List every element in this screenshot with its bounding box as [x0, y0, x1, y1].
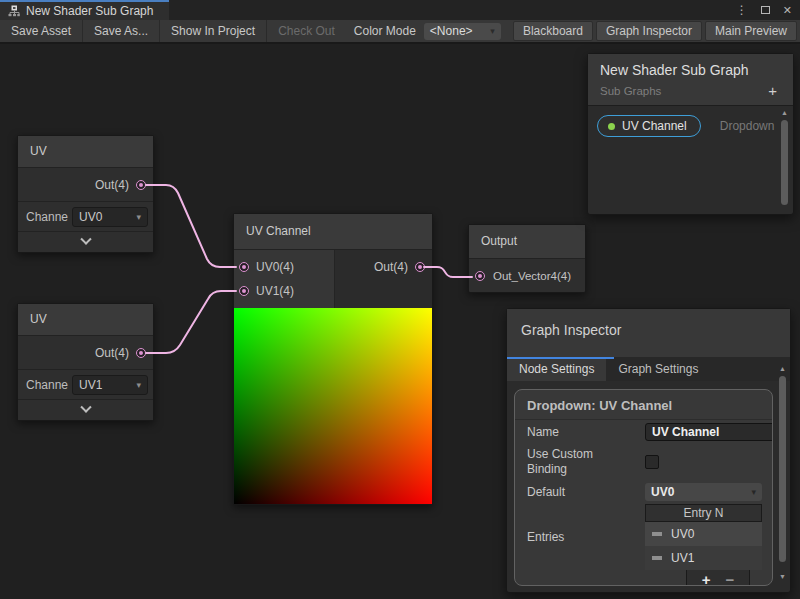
use-custom-binding-checkbox[interactable]: [645, 455, 659, 469]
show-in-project-button[interactable]: Show In Project: [160, 20, 267, 42]
out-port-label: Out(4): [374, 260, 408, 274]
input-port-uv0[interactable]: [239, 262, 249, 272]
name-label: Name: [527, 425, 645, 440]
menu-icon[interactable]: ⋮: [736, 4, 748, 16]
entries-list: Entry N UV0 UV1: [645, 504, 762, 570]
inspector-tabs: Node Settings Graph Settings: [507, 357, 790, 381]
color-mode-value: <None>: [430, 24, 473, 38]
tab-node-settings[interactable]: Node Settings: [507, 357, 606, 381]
graph-inspector-panel[interactable]: Graph Inspector Node Settings Graph Sett…: [506, 308, 791, 593]
node-title[interactable]: UV: [18, 136, 153, 168]
add-property-button[interactable]: +: [768, 83, 783, 98]
input-port-label: UV1(4): [256, 284, 294, 298]
save-as-button[interactable]: Save As...: [83, 20, 160, 42]
out-port-label: Out(4): [95, 178, 129, 192]
blackboard-header: New Shader Sub Graph Sub Graphs +: [588, 54, 793, 106]
tab-bar: New Shader Sub Graph ⋮ ✕: [0, 0, 800, 20]
drag-handle-icon[interactable]: [652, 532, 662, 536]
channel-dropdown[interactable]: UV1 ▾: [72, 375, 148, 395]
collapse-button[interactable]: [18, 400, 153, 420]
default-value: UV0: [651, 485, 674, 499]
chevron-down-icon: ▾: [136, 212, 141, 222]
exposed-dot-icon: [608, 123, 615, 130]
out-port-label: Out(4): [95, 346, 129, 360]
color-mode-label: Color Mode: [346, 24, 424, 38]
channel-label: Channe: [26, 210, 70, 224]
blackboard-panel[interactable]: New Shader Sub Graph Sub Graphs + UV Cha…: [587, 53, 794, 215]
uv-node-1[interactable]: UV Out(4) Channe UV0 ▾: [17, 135, 154, 253]
chevron-down-icon: ▾: [136, 380, 141, 390]
output-node[interactable]: Output Out_Vector4(4): [468, 224, 586, 293]
use-custom-binding-label: Use Custom Binding: [527, 447, 617, 477]
property-name: UV Channel: [622, 119, 687, 133]
toolbar: Save Asset Save As... Show In Project Ch…: [0, 20, 800, 44]
close-icon[interactable]: ✕: [783, 5, 792, 16]
chevron-down-icon: [80, 402, 91, 413]
main-preview-toggle-button[interactable]: Main Preview: [705, 21, 797, 41]
output-port[interactable]: [415, 262, 425, 272]
channel-value: UV0: [79, 210, 102, 224]
window-controls: ⋮ ✕: [736, 0, 792, 20]
scrollbar-thumb[interactable]: [779, 376, 786, 562]
entry-value: UV1: [671, 551, 694, 565]
entry-value: UV0: [671, 527, 694, 541]
blackboard-body: UV Channel Dropdown ▲: [588, 106, 793, 213]
blackboard-toggle-button[interactable]: Blackboard: [513, 21, 593, 41]
inspector-scrollbar[interactable]: ▲ ▼: [777, 365, 788, 588]
channel-value: UV1: [79, 378, 102, 392]
chevron-down-icon: ▾: [490, 26, 495, 36]
drag-handle-icon[interactable]: [652, 556, 662, 560]
name-input[interactable]: [645, 423, 773, 441]
graph-canvas[interactable]: UV Out(4) Channe UV0 ▾ UV Out(4): [0, 46, 800, 599]
graph-inspector-toggle-button[interactable]: Graph Inspector: [596, 21, 702, 41]
entries-header: Entry N: [645, 504, 762, 522]
tab-new-shader-sub-graph[interactable]: New Shader Sub Graph: [0, 0, 169, 20]
input-port-label: UV0(4): [256, 260, 294, 274]
default-label: Default: [527, 485, 645, 500]
input-port-uv1[interactable]: [239, 286, 249, 296]
wire-uv0: [146, 185, 236, 267]
save-asset-button[interactable]: Save Asset: [0, 20, 83, 42]
inspector-title: Graph Inspector: [507, 309, 790, 357]
node-settings-content: Dropdown: UV Channel Name Use Custom Bin…: [514, 389, 773, 586]
property-pill-uv-channel[interactable]: UV Channel: [597, 115, 701, 137]
input-port-label: Out_Vector4(4): [493, 270, 571, 282]
blackboard-scrollbar[interactable]: ▲: [779, 106, 790, 213]
node-title[interactable]: UV: [18, 304, 153, 336]
section-title: Dropdown: UV Channel: [515, 390, 772, 420]
uv-channel-node[interactable]: UV Channel UV0(4) UV1(4) Out(4): [233, 213, 433, 505]
color-mode-dropdown[interactable]: <None> ▾: [424, 23, 501, 40]
collapse-button[interactable]: [18, 232, 153, 252]
chevron-down-icon: ▾: [751, 487, 756, 497]
output-port[interactable]: [136, 348, 146, 358]
chevron-down-icon: [80, 234, 91, 245]
scroll-down-icon[interactable]: ▼: [777, 573, 788, 580]
add-entry-button[interactable]: +: [702, 572, 711, 586]
property-row: UV Channel Dropdown: [588, 106, 793, 137]
channel-label: Channe: [26, 378, 70, 392]
input-ports: UV0(4) UV1(4): [234, 250, 335, 308]
shader-graph-window: New Shader Sub Graph ⋮ ✕ Save Asset Save…: [0, 0, 800, 599]
tab-graph-settings[interactable]: Graph Settings: [606, 357, 710, 381]
node-title[interactable]: UV Channel: [234, 214, 432, 250]
scroll-up-icon[interactable]: ▲: [777, 365, 788, 372]
entry-row-uv1[interactable]: UV1: [645, 546, 762, 570]
entry-row-uv0[interactable]: UV0: [645, 522, 762, 546]
blackboard-subtitle: Sub Graphs: [600, 85, 661, 97]
node-title[interactable]: Output: [469, 225, 585, 259]
maximize-icon[interactable]: [761, 6, 770, 14]
blackboard-title: New Shader Sub Graph: [600, 62, 783, 78]
check-out-button: Check Out: [267, 20, 346, 42]
input-port-out-vector4[interactable]: [475, 271, 485, 281]
remove-entry-button[interactable]: −: [725, 572, 734, 586]
uv-node-2[interactable]: UV Out(4) Channe UV1 ▾: [17, 303, 154, 421]
channel-dropdown[interactable]: UV0 ▾: [72, 207, 148, 227]
scroll-up-icon[interactable]: ▲: [779, 109, 790, 116]
default-dropdown[interactable]: UV0 ▾: [645, 483, 762, 501]
uv-gradient-preview: [234, 308, 432, 504]
shader-graph-icon: [8, 5, 20, 17]
property-type: Dropdown: [720, 119, 775, 133]
entries-label: Entries: [527, 530, 645, 545]
scrollbar-thumb[interactable]: [781, 120, 788, 205]
output-port[interactable]: [136, 180, 146, 190]
